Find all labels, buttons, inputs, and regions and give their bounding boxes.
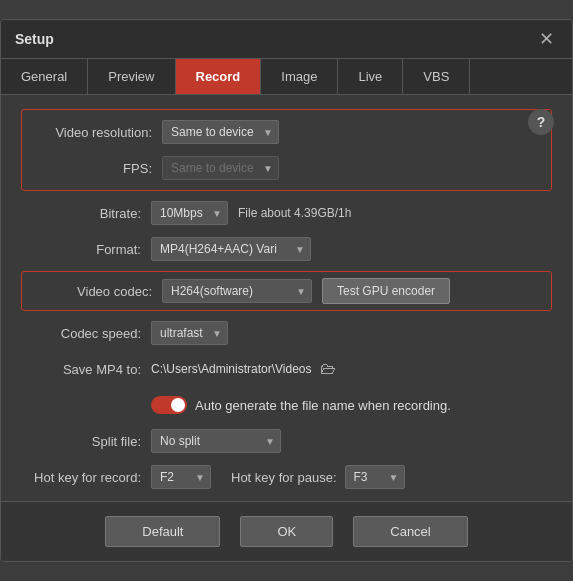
tab-preview[interactable]: Preview: [88, 59, 175, 94]
codec-speed-select-wrap: ultrafast ▼: [151, 321, 228, 345]
video-codec-select-wrap: H264(software) ▼: [162, 279, 312, 303]
bitrate-info: File about 4.39GB/1h: [238, 206, 351, 220]
split-file-select-wrap: No split ▼: [151, 429, 281, 453]
bitrate-select-wrap: 10Mbps ▼: [151, 201, 228, 225]
tab-bar: General Preview Record Image Live VBS: [1, 59, 572, 95]
tab-general[interactable]: General: [1, 59, 88, 94]
video-resolution-row: Video resolution: Same to device ▼: [32, 118, 541, 146]
video-resolution-select-wrap: Same to device ▼: [162, 120, 279, 144]
cancel-button[interactable]: Cancel: [353, 516, 467, 547]
tab-vbs[interactable]: VBS: [403, 59, 470, 94]
hotkey-pause-select-wrap: F3 ▼: [345, 465, 405, 489]
fps-select[interactable]: Same to device: [162, 156, 279, 180]
format-row: Format: MP4(H264+AAC) Vari ▼: [21, 235, 552, 263]
help-button[interactable]: ?: [528, 109, 554, 135]
dialog-title: Setup: [15, 31, 54, 47]
auto-generate-row: Auto generate the file name when recordi…: [21, 391, 552, 419]
hotkey-pause-select[interactable]: F3: [345, 465, 405, 489]
setup-dialog: Setup ✕ General Preview Record Image Liv…: [0, 19, 573, 562]
hotkey-pause-label: Hot key for pause:: [231, 470, 337, 485]
split-file-label: Split file:: [21, 434, 151, 449]
tab-live[interactable]: Live: [338, 59, 403, 94]
tab-record[interactable]: Record: [176, 59, 262, 94]
folder-icon[interactable]: 🗁: [320, 360, 336, 378]
save-mp4-label: Save MP4 to:: [21, 362, 151, 377]
format-select[interactable]: MP4(H264+AAC) Vari: [151, 237, 311, 261]
save-mp4-path: C:\Users\Administrator\Videos: [151, 362, 312, 376]
auto-generate-toggle[interactable]: [151, 396, 187, 414]
hotkey-record-select-wrap: F2 ▼: [151, 465, 211, 489]
tab-image[interactable]: Image: [261, 59, 338, 94]
fps-row: FPS: Same to device ▼: [32, 154, 541, 182]
toggle-slider: [151, 396, 187, 414]
format-label: Format:: [21, 242, 151, 257]
bitrate-row: Bitrate: 10Mbps ▼ File about 4.39GB/1h: [21, 199, 552, 227]
ok-button[interactable]: OK: [240, 516, 333, 547]
video-codec-box: Video codec: H264(software) ▼ Test GPU e…: [21, 271, 552, 311]
split-file-select[interactable]: No split: [151, 429, 281, 453]
save-mp4-row: Save MP4 to: C:\Users\Administrator\Vide…: [21, 355, 552, 383]
codec-speed-label: Codec speed:: [21, 326, 151, 341]
auto-generate-label: Auto generate the file name when recordi…: [195, 398, 451, 413]
content-area: ? Video resolution: Same to device ▼ FPS…: [1, 95, 572, 501]
codec-speed-select[interactable]: ultrafast: [151, 321, 228, 345]
video-codec-label: Video codec:: [32, 284, 162, 299]
bitrate-select[interactable]: 10Mbps: [151, 201, 228, 225]
format-select-wrap: MP4(H264+AAC) Vari ▼: [151, 237, 311, 261]
codec-speed-row: Codec speed: ultrafast ▼: [21, 319, 552, 347]
test-gpu-encoder-button[interactable]: Test GPU encoder: [322, 278, 450, 304]
footer: Default OK Cancel: [1, 501, 572, 561]
bitrate-label: Bitrate:: [21, 206, 151, 221]
video-resolution-select[interactable]: Same to device: [162, 120, 279, 144]
default-button[interactable]: Default: [105, 516, 220, 547]
split-file-row: Split file: No split ▼: [21, 427, 552, 455]
hotkey-record-label: Hot key for record:: [21, 470, 151, 485]
title-bar: Setup ✕: [1, 20, 572, 59]
hotkey-record-select[interactable]: F2: [151, 465, 211, 489]
close-button[interactable]: ✕: [535, 30, 558, 48]
resolution-fps-box: Video resolution: Same to device ▼ FPS: …: [21, 109, 552, 191]
video-resolution-label: Video resolution:: [32, 125, 162, 140]
fps-select-wrap: Same to device ▼: [162, 156, 279, 180]
fps-label: FPS:: [32, 161, 162, 176]
hotkey-row: Hot key for record: F2 ▼ Hot key for pau…: [21, 463, 552, 491]
video-codec-select[interactable]: H264(software): [162, 279, 312, 303]
